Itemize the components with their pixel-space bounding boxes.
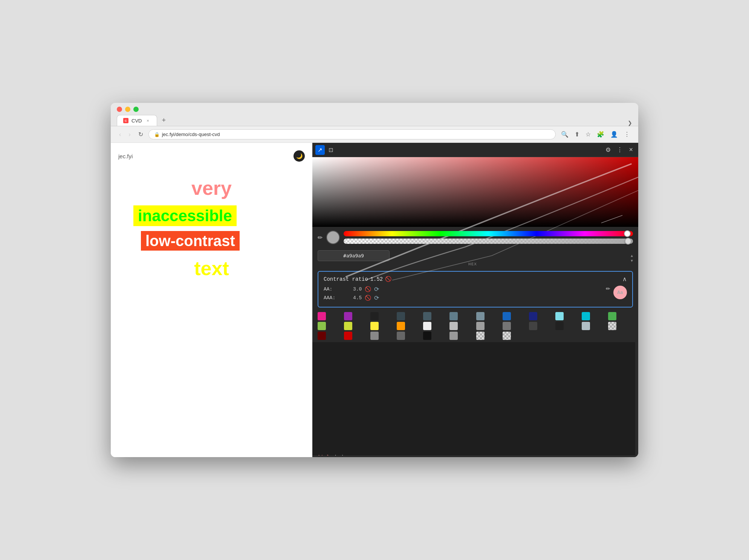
devtools-settings-button[interactable]: ⚙ — [603, 145, 613, 155]
preview-text: Aa — [617, 290, 623, 295]
hue-slider[interactable] — [344, 231, 633, 236]
refresh-button[interactable]: ⟳ — [628, 457, 635, 457]
swatch-purple[interactable] — [344, 312, 352, 320]
nav-bar: ‹ › ↻ 🔒 jec.fyi/demo/cds-quest-cvd 🔍 ⬆ ☆… — [111, 126, 638, 143]
hex-spinner[interactable]: ▲ ▼ — [631, 254, 633, 263]
content-area: jec.fyi 🌙 very inaccessible low-contrast… — [111, 143, 638, 457]
close-button[interactable] — [117, 107, 122, 112]
tab-styles[interactable]: Styles — [315, 456, 339, 457]
contrast-preview: Aa — [613, 286, 627, 299]
swatch-cyan[interactable] — [582, 312, 590, 320]
swatch-dark-red[interactable] — [318, 332, 326, 340]
swatch-light-green[interactable] — [318, 322, 326, 330]
reload-button[interactable]: ↻ — [136, 129, 145, 139]
tab-expand-button[interactable]: ❯ — [628, 120, 632, 126]
add-rule-button[interactable]: + — [611, 457, 617, 457]
color-picker-gradient[interactable] — [312, 157, 638, 227]
swatch-green[interactable] — [608, 312, 616, 320]
aa-fail-icon: 🚫 — [365, 286, 371, 292]
aaa-fix-button[interactable]: ⟳ — [374, 294, 379, 301]
sliders-area — [344, 231, 633, 244]
maximize-button[interactable] — [133, 107, 139, 112]
alpha-thumb[interactable] — [625, 238, 631, 245]
browser-tab[interactable]: C CVD × — [117, 115, 157, 126]
swatch-grey2[interactable] — [476, 322, 485, 330]
demo-text-inaccessible: inaccessible — [133, 205, 237, 226]
swatch-yellow[interactable] — [370, 322, 379, 330]
profile-button[interactable]: 👤 — [608, 129, 620, 139]
contrast-ratio-value: 1.52 — [370, 276, 383, 282]
device-toolbar-button[interactable]: ⊡ — [326, 145, 336, 155]
demo-text-low-contrast: low-contrast — [141, 231, 240, 251]
swatch-red[interactable] — [344, 332, 352, 340]
swatch-orange[interactable] — [397, 322, 405, 330]
demo-line-3: low-contrast — [141, 233, 240, 249]
back-button[interactable]: ‹ — [117, 130, 123, 139]
more-options-button[interactable]: ⋮ — [622, 129, 632, 139]
contrast-title: Contrast ratio 1.52 🚫 — [324, 276, 391, 282]
minimize-button[interactable] — [125, 107, 130, 112]
page-content: jec.fyi 🌙 very inaccessible low-contrast… — [111, 143, 312, 457]
swatch-pink[interactable] — [318, 312, 326, 320]
swatch-blue-grey2[interactable] — [476, 312, 485, 320]
hue-thumb[interactable] — [624, 230, 631, 237]
demo-text-very: very — [191, 177, 232, 199]
swatch-dark3[interactable] — [423, 312, 431, 320]
swatch-grey[interactable] — [449, 322, 458, 330]
swatch-lime[interactable] — [344, 322, 352, 330]
swatch-blue[interactable] — [503, 312, 511, 320]
swatch-light-grey[interactable] — [423, 322, 431, 330]
color-picker-controls: ✏ — [312, 227, 638, 248]
tab-computed[interactable]: Computed — [340, 456, 369, 457]
alpha-slider[interactable] — [344, 239, 633, 244]
color-picker-overlay: ✏ — [312, 157, 638, 342]
swatch-transparent3[interactable] — [503, 332, 511, 340]
hex-input-row: HEX ▲ ▼ — [312, 248, 638, 269]
swatch-dark-blue[interactable] — [529, 312, 537, 320]
aaa-contrast-row: AAA: 4.5 🚫 ⟳ — [324, 294, 603, 301]
swatch-transparent[interactable] — [608, 322, 616, 330]
swatch-dark-grey2[interactable] — [397, 332, 405, 340]
aaa-value: 4.5 — [353, 295, 362, 301]
swatch-grey3[interactable] — [503, 322, 511, 330]
tab-close-button[interactable]: × — [145, 118, 151, 124]
browser-window: C CVD × + ❯ ‹ › ↻ 🔒 jec.fyi/demo/cds-que… — [111, 103, 638, 457]
swatch-transparent2[interactable] — [476, 332, 485, 340]
new-tab-button[interactable]: + — [159, 115, 169, 126]
swatch-dark2[interactable] — [397, 312, 405, 320]
bookmark-button[interactable]: ☆ — [583, 129, 593, 139]
tab-actions: + ⊞ ⟳ — [611, 457, 635, 457]
eyedropper-button[interactable]: ✏ — [318, 234, 323, 241]
extensions-button[interactable]: 🧩 — [595, 129, 607, 139]
select-element-button[interactable]: ↗ — [315, 145, 325, 155]
swatch-mid-grey[interactable] — [370, 332, 379, 340]
search-button[interactable]: 🔍 — [559, 129, 571, 139]
demo-line-2: inaccessible — [133, 207, 237, 225]
dark-mode-button[interactable]: 🌙 — [293, 150, 305, 162]
devtools-more-button[interactable]: ⋮ — [614, 145, 625, 155]
swatch-cyan-light[interactable] — [555, 312, 564, 320]
swatch-dark1[interactable] — [370, 312, 379, 320]
contrast-collapse-button[interactable]: ∧ — [622, 275, 627, 283]
swatch-dark-grey[interactable] — [529, 322, 537, 330]
hex-input[interactable] — [318, 250, 390, 261]
toggle-button[interactable]: ⊞ — [619, 457, 626, 457]
lock-icon: 🔒 — [154, 132, 160, 137]
swatch-grey4[interactable] — [449, 332, 458, 340]
devtools-close-button[interactable]: × — [627, 144, 635, 155]
forward-button[interactable]: › — [126, 130, 133, 139]
swatch-blue-grey[interactable] — [449, 312, 458, 320]
swatch-near-black[interactable] — [423, 332, 431, 340]
title-bar: C CVD × + ❯ — [111, 103, 638, 126]
url-text: jec.fyi/demo/cds-quest-cvd — [162, 132, 220, 137]
aa-value: 3.0 — [353, 286, 362, 292]
nav-actions: 🔍 ⬆ ☆ 🧩 👤 ⋮ — [559, 129, 632, 139]
swatch-blue-grey3[interactable] — [582, 322, 590, 330]
contrast-ratio-label: Contrast ratio — [324, 276, 368, 282]
contrast-eyedropper-button[interactable]: ✏ — [606, 286, 610, 292]
share-button[interactable]: ⬆ — [572, 129, 582, 139]
address-bar[interactable]: 🔒 jec.fyi/demo/cds-quest-cvd — [148, 129, 556, 139]
aa-fix-button[interactable]: ⟳ — [374, 286, 379, 293]
demo-text-text: text — [194, 257, 229, 279]
swatch-almost-black[interactable] — [555, 322, 564, 330]
